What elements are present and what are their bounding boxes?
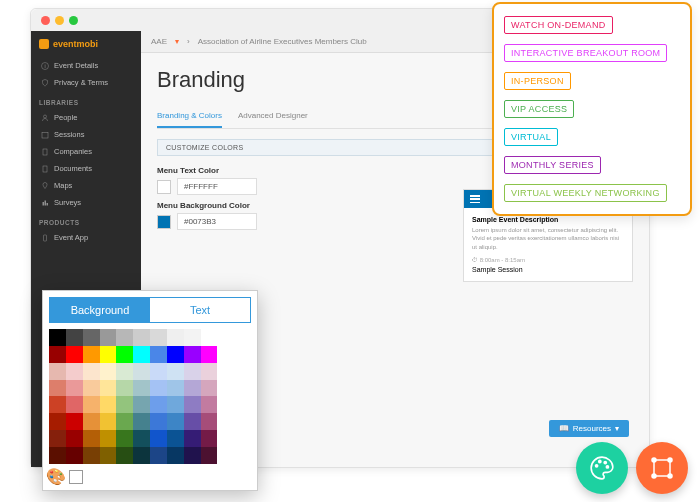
color-cell[interactable]: [116, 380, 133, 397]
tab-branding-colors[interactable]: Branding & Colors: [157, 107, 222, 128]
color-cell[interactable]: [133, 346, 150, 363]
color-cell[interactable]: [66, 396, 83, 413]
color-cell[interactable]: [184, 430, 201, 447]
tab-advanced-designer[interactable]: Advanced Designer: [238, 107, 308, 128]
color-cell[interactable]: [116, 413, 133, 430]
color-cell[interactable]: [83, 396, 100, 413]
color-cell[interactable]: [167, 380, 184, 397]
color-cell[interactable]: [83, 430, 100, 447]
sidebar-item-event-details[interactable]: i Event Details: [31, 57, 141, 74]
color-cell[interactable]: [217, 447, 234, 464]
color-cell[interactable]: [234, 380, 251, 397]
color-cell[interactable]: [116, 329, 133, 346]
color-cell[interactable]: [234, 346, 251, 363]
color-cell[interactable]: [49, 447, 66, 464]
color-cell[interactable]: [133, 413, 150, 430]
tag[interactable]: VIRTUAL WEEKLY NETWORKING: [504, 184, 667, 202]
color-cell[interactable]: [116, 430, 133, 447]
color-cell[interactable]: [133, 396, 150, 413]
color-cell[interactable]: [184, 329, 201, 346]
swatch-menu-bg[interactable]: [157, 215, 171, 229]
color-cell[interactable]: [116, 396, 133, 413]
fab-transform[interactable]: [636, 442, 688, 494]
color-cell[interactable]: [150, 413, 167, 430]
color-cell[interactable]: [66, 363, 83, 380]
maximize-icon[interactable]: [69, 16, 78, 25]
sidebar-item-sessions[interactable]: Sessions: [31, 126, 141, 143]
menu-icon[interactable]: [470, 195, 480, 203]
close-icon[interactable]: [41, 16, 50, 25]
color-cell[interactable]: [150, 396, 167, 413]
color-cell[interactable]: [133, 380, 150, 397]
color-cell[interactable]: [116, 447, 133, 464]
resources-button[interactable]: 📖 Resources ▾: [549, 420, 629, 437]
color-cell[interactable]: [150, 430, 167, 447]
color-cell[interactable]: [234, 396, 251, 413]
color-cell[interactable]: [83, 447, 100, 464]
hex-input-menu-bg[interactable]: #0073B3: [177, 213, 257, 230]
crumb-space[interactable]: AAE: [151, 37, 167, 46]
color-cell[interactable]: [100, 413, 117, 430]
color-cell[interactable]: [100, 447, 117, 464]
color-cell[interactable]: [184, 413, 201, 430]
color-cell[interactable]: [167, 396, 184, 413]
color-cell[interactable]: [217, 380, 234, 397]
color-cell[interactable]: [201, 380, 218, 397]
brand-logo[interactable]: eventmobi: [31, 37, 141, 57]
tag[interactable]: VIP ACCESS: [504, 100, 574, 118]
color-cell[interactable]: [167, 430, 184, 447]
color-cell[interactable]: [167, 346, 184, 363]
color-cell[interactable]: [100, 363, 117, 380]
color-cell[interactable]: [133, 430, 150, 447]
color-cell[interactable]: [150, 329, 167, 346]
color-cell[interactable]: [217, 346, 234, 363]
sidebar-item-maps[interactable]: Maps: [31, 177, 141, 194]
sidebar-item-event-app[interactable]: Event App: [31, 229, 141, 246]
picker-tab-background[interactable]: Background: [50, 298, 150, 322]
color-cell[interactable]: [83, 413, 100, 430]
color-cell[interactable]: [201, 346, 218, 363]
color-cell[interactable]: [133, 447, 150, 464]
color-cell[interactable]: [184, 380, 201, 397]
color-cell[interactable]: [150, 346, 167, 363]
color-cell[interactable]: [49, 346, 66, 363]
color-cell[interactable]: [184, 447, 201, 464]
color-cell[interactable]: [167, 363, 184, 380]
color-cell[interactable]: [184, 346, 201, 363]
color-cell[interactable]: [167, 447, 184, 464]
color-cell[interactable]: [217, 396, 234, 413]
color-cell[interactable]: [217, 413, 234, 430]
color-cell[interactable]: [66, 329, 83, 346]
color-cell[interactable]: [66, 346, 83, 363]
tag[interactable]: WATCH ON-DEMAND: [504, 16, 613, 34]
tag[interactable]: IN-PERSON: [504, 72, 571, 90]
sidebar-item-privacy[interactable]: Privacy & Terms: [31, 74, 141, 91]
color-cell[interactable]: [66, 447, 83, 464]
picker-tab-text[interactable]: Text: [150, 298, 250, 322]
color-cell[interactable]: [201, 447, 218, 464]
color-cell[interactable]: [100, 329, 117, 346]
color-cell[interactable]: [150, 447, 167, 464]
color-cell[interactable]: [100, 396, 117, 413]
color-cell[interactable]: [201, 413, 218, 430]
swatch-menu-text[interactable]: [157, 180, 171, 194]
color-cell[interactable]: [201, 329, 218, 346]
tag[interactable]: INTERACTIVE BREAKOUT ROOM: [504, 44, 667, 62]
color-cell[interactable]: [217, 329, 234, 346]
color-cell[interactable]: [66, 380, 83, 397]
color-cell[interactable]: [234, 430, 251, 447]
color-cell[interactable]: [66, 430, 83, 447]
color-cell[interactable]: [116, 346, 133, 363]
color-cell[interactable]: [49, 329, 66, 346]
color-cell[interactable]: [49, 363, 66, 380]
color-cell[interactable]: [201, 396, 218, 413]
color-cell[interactable]: [100, 430, 117, 447]
color-cell[interactable]: [49, 430, 66, 447]
color-cell[interactable]: [49, 380, 66, 397]
color-cell[interactable]: [184, 396, 201, 413]
tag[interactable]: VIRTUAL: [504, 128, 558, 146]
color-cell[interactable]: [83, 380, 100, 397]
tag[interactable]: MONTHLY SERIES: [504, 156, 601, 174]
color-cell[interactable]: [49, 413, 66, 430]
sidebar-item-companies[interactable]: Companies: [31, 143, 141, 160]
